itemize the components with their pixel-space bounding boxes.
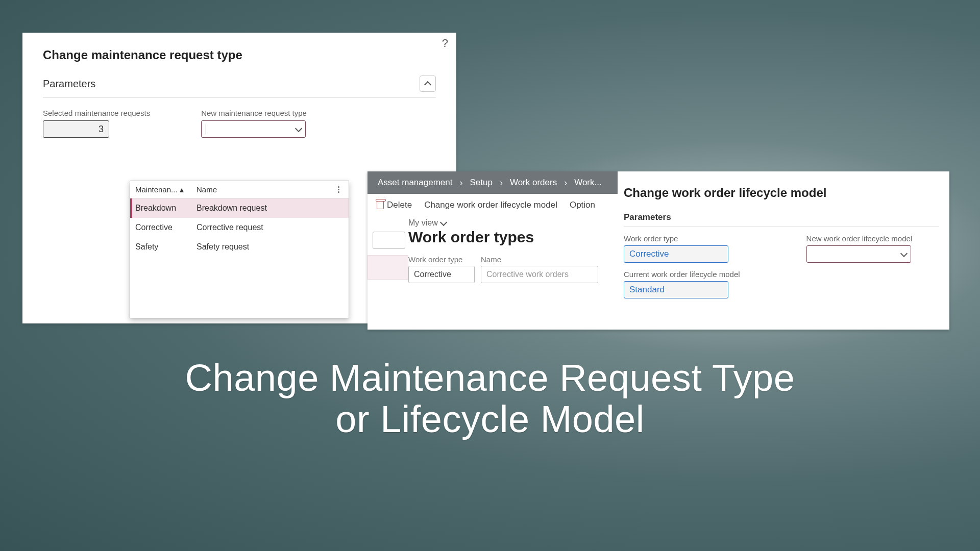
crumb-asset-management[interactable]: Asset management — [378, 178, 452, 188]
row-type: Corrective — [135, 223, 197, 232]
caption-line-2: or Lifecycle Model — [0, 398, 980, 440]
wo-type-input[interactable] — [408, 266, 475, 283]
chevron-right-icon: › — [564, 178, 567, 188]
help-icon[interactable]: ? — [442, 37, 448, 50]
life-current-model-input[interactable]: Standard — [624, 281, 728, 298]
more-options-icon[interactable] — [333, 186, 344, 193]
parameters-section-header: Parameters — [43, 76, 436, 97]
new-type-label: New maintenance request type — [201, 109, 307, 117]
dropdown-body: Breakdown Breakdown request Corrective C… — [130, 198, 349, 318]
row-type: Breakdown — [135, 204, 197, 213]
slide-caption: Change Maintenance Request Type or Lifec… — [0, 357, 980, 440]
work-order-area: Asset management › Setup › Work orders ›… — [368, 171, 949, 330]
change-lifecycle-label: Change work order lifecycle model — [424, 200, 557, 210]
change-lifecycle-dialog: Change work order lifecycle model Parame… — [618, 171, 949, 330]
trash-icon — [377, 201, 384, 209]
selected-requests-label: Selected maintenance requests — [43, 109, 150, 117]
row-name: Safety request — [197, 242, 344, 252]
request-type-dropdown[interactable]: Maintenan... Name Breakdown Breakdown re… — [130, 181, 349, 318]
row-name: Breakdown request — [197, 204, 344, 213]
crumb-setup[interactable]: Setup — [470, 178, 492, 188]
collapse-button[interactable] — [420, 76, 436, 92]
life-wo-type-label: Work order type — [624, 234, 740, 243]
chevron-down-icon — [441, 220, 446, 227]
wo-name-label: Name — [481, 255, 598, 264]
crumb-truncated[interactable]: Work... — [574, 178, 602, 188]
lifecycle-dialog-title: Change work order lifecycle model — [624, 186, 949, 200]
new-type-combobox[interactable] — [201, 120, 306, 138]
dropdown-row-breakdown[interactable]: Breakdown Breakdown request — [130, 198, 349, 218]
filter-input[interactable] — [373, 232, 405, 249]
chevron-up-icon — [425, 80, 430, 87]
page-title: Work order types — [408, 229, 577, 246]
chevron-down-icon — [296, 126, 301, 133]
selected-requests-input[interactable] — [43, 120, 109, 138]
col-maintenance-header[interactable]: Maintenan... — [135, 185, 178, 194]
delete-button[interactable]: Delete — [377, 200, 412, 210]
caption-line-1: Change Maintenance Request Type — [0, 357, 980, 398]
view-selector[interactable]: My view — [408, 218, 577, 228]
new-type-field: New maintenance request type — [201, 109, 307, 138]
options-button[interactable]: Option — [570, 200, 595, 210]
row-name: Corrective request — [197, 223, 344, 232]
sort-asc-icon — [180, 185, 184, 194]
dialog-title: Change maintenance request type — [43, 48, 436, 62]
options-label: Option — [570, 200, 595, 210]
col-name-header[interactable]: Name — [197, 185, 333, 194]
dropdown-row-corrective[interactable]: Corrective Corrective request — [130, 218, 349, 237]
wo-name-input[interactable] — [481, 266, 598, 283]
view-label: My view — [408, 218, 438, 228]
selected-row-indicator — [368, 255, 408, 280]
breadcrumb: Asset management › Setup › Work orders ›… — [368, 171, 618, 194]
change-lifecycle-button[interactable]: Change work order lifecycle model — [424, 200, 557, 210]
life-new-model-combobox[interactable] — [806, 245, 911, 263]
selected-requests-field: Selected maintenance requests — [43, 109, 150, 138]
toolbar: Delete Change work order lifecycle model… — [368, 194, 618, 216]
life-new-model-label: New work order lifecycle model — [806, 234, 913, 243]
dropdown-row-safety[interactable]: Safety Safety request — [130, 237, 349, 257]
life-wo-type-input[interactable]: Corrective — [624, 245, 728, 263]
row-type: Safety — [135, 242, 197, 252]
life-current-model-label: Current work order lifecycle model — [624, 270, 740, 279]
parameters-label: Parameters — [43, 78, 95, 90]
chevron-right-icon: › — [500, 178, 503, 188]
chevron-down-icon — [901, 251, 906, 258]
crumb-work-orders[interactable]: Work orders — [510, 178, 557, 188]
delete-label: Delete — [387, 200, 412, 210]
text-cursor-icon — [206, 124, 206, 134]
chevron-right-icon: › — [459, 178, 462, 188]
dropdown-header: Maintenan... Name — [130, 181, 349, 198]
lifecycle-parameters-label: Parameters — [624, 212, 939, 227]
wo-type-label: Work order type — [408, 255, 475, 264]
